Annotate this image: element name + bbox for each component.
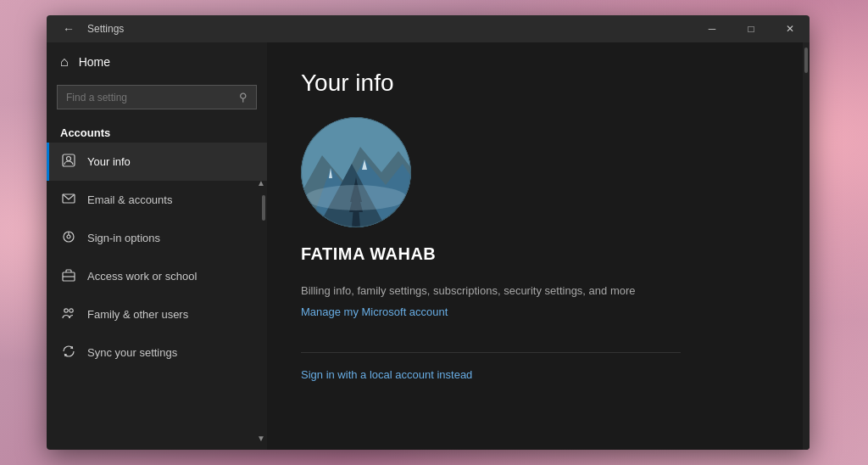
sidebar-scrollbar-track[interactable] [260,178,267,433]
sidebar-scrollbar-thumb [262,195,265,221]
titlebar: ← Settings ─ □ ✕ [47,15,810,42]
avatar [301,117,411,227]
search-icon: ⚲ [239,91,248,104]
your-info-icon [60,153,77,171]
svg-point-9 [70,309,73,312]
search-box[interactable]: ⚲ [57,85,257,109]
briefcase-icon [60,267,77,285]
manage-account-link[interactable]: Manage my Microsoft account [301,305,448,318]
sidebar-scroll-down[interactable]: ▼ [257,434,265,443]
sidebar-item-family[interactable]: Family & other users [47,295,267,333]
sidebar-section-label: Accounts [47,120,267,143]
user-name: FATIMA WAHAB [301,244,776,264]
email-icon [60,191,77,209]
sidebar-item-sign-in[interactable]: Sign-in options [47,219,267,257]
divider [301,352,681,353]
billing-info-text: Billing info, family settings, subscript… [301,284,776,297]
page-title: Your info [301,70,776,97]
sidebar-item-sync[interactable]: Sync your settings [47,333,267,372]
sign-in-local-link[interactable]: Sign in with a local account instead [301,368,472,381]
access-work-label: Access work or school [87,270,197,283]
maximize-button[interactable]: □ [732,15,771,42]
main-scrollbar-thumb [804,48,808,73]
svg-point-4 [67,235,70,238]
minimize-button[interactable]: ─ [693,15,732,42]
search-input[interactable] [66,92,239,104]
home-icon: ⌂ [60,54,69,70]
close-button[interactable]: ✕ [771,15,810,42]
back-button[interactable]: ← [57,17,81,41]
home-label: Home [79,55,110,69]
window-title: Settings [87,23,693,35]
svg-point-21 [305,185,407,210]
family-icon [60,305,77,323]
sign-in-label: Sign-in options [87,232,160,244]
settings-window: ← Settings ─ □ ✕ ⌂ Home ⚲ Ac [47,15,810,450]
titlebar-controls: ─ □ ✕ [693,15,810,42]
family-label: Family & other users [87,308,188,321]
sidebar-item-your-info[interactable]: Your info [47,143,267,181]
svg-point-8 [64,309,68,312]
main-panel: Your info [267,42,810,450]
window-content: ⌂ Home ⚲ Accounts Your info [47,42,810,450]
sync-icon [60,344,77,361]
email-accounts-label: Email & accounts [87,193,172,206]
main-scrollbar[interactable] [803,42,810,450]
sidebar: ⌂ Home ⚲ Accounts Your info [47,42,267,450]
sync-label: Sync your settings [87,346,177,359]
sidebar-item-home[interactable]: ⌂ Home [47,42,267,81]
sidebar-item-email-accounts[interactable]: Email & accounts [47,181,267,219]
svg-point-1 [67,157,71,161]
sidebar-item-access-work[interactable]: Access work or school [47,257,267,295]
sign-in-icon [60,229,77,247]
your-info-label: Your info [87,155,131,168]
